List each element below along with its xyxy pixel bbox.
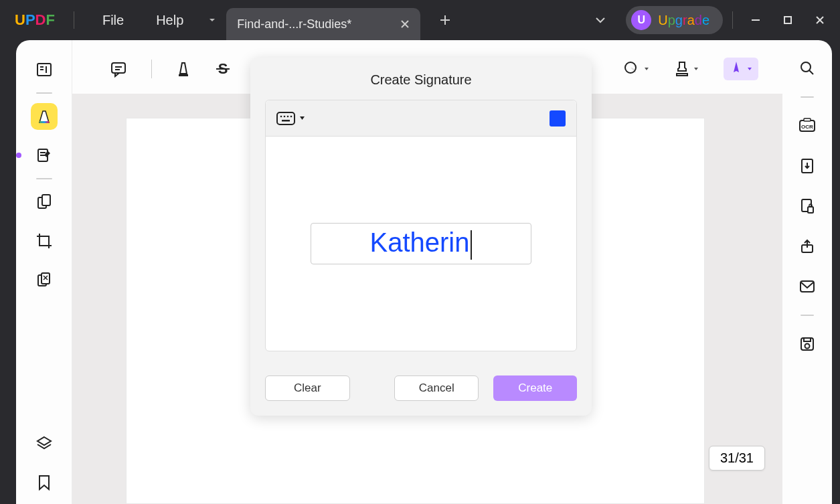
svg-rect-1 — [37, 64, 51, 76]
create-signature-dialog: Create Signature Katherin Clear Cancel C… — [250, 58, 592, 416]
svg-rect-21 — [179, 74, 188, 76]
svg-point-26 — [280, 115, 282, 117]
svg-rect-5 — [42, 195, 50, 205]
minimize-button[interactable] — [742, 7, 769, 33]
menu-help[interactable]: Help — [156, 13, 183, 28]
svg-point-28 — [287, 115, 289, 117]
signature-text-value: Katherin — [370, 228, 470, 257]
reader-mode-icon[interactable] — [31, 56, 58, 83]
divider — [74, 11, 74, 29]
stamp-dropdown[interactable] — [674, 60, 699, 78]
strikethrough-icon[interactable]: S — [215, 61, 231, 77]
dialog-title: Create Signature — [250, 58, 592, 100]
export-icon[interactable] — [795, 154, 819, 178]
signature-draw-area[interactable]: Katherin — [266, 137, 576, 351]
email-icon[interactable] — [795, 274, 819, 299]
signature-text-input[interactable]: Katherin — [311, 223, 531, 264]
create-button[interactable]: Create — [493, 375, 577, 401]
svg-rect-14 — [808, 207, 813, 213]
svg-point-18 — [805, 344, 810, 349]
clear-button[interactable]: Clear — [265, 375, 350, 401]
svg-rect-19 — [804, 338, 811, 341]
protect-icon[interactable] — [795, 194, 819, 218]
right-sidebar: OCR — [782, 40, 832, 504]
note-icon[interactable] — [110, 60, 127, 78]
close-tab-icon[interactable] — [400, 19, 410, 29]
search-icon[interactable] — [795, 56, 819, 80]
organize-pages-icon[interactable] — [31, 189, 58, 216]
share-icon[interactable] — [795, 234, 819, 258]
user-avatar: U — [631, 10, 651, 30]
bookmark-icon[interactable] — [31, 469, 58, 496]
tab-label: Find-and-...r-Studies* — [237, 17, 351, 31]
main-menu: File Help — [102, 13, 183, 28]
main-workspace: OCR S — [16, 40, 832, 504]
dialog-buttons: Clear Cancel Create — [250, 351, 592, 401]
svg-rect-20 — [112, 63, 125, 73]
upgrade-label: Upgrade — [658, 13, 709, 28]
signature-toolbar — [266, 100, 576, 137]
svg-point-29 — [290, 115, 292, 117]
divider — [36, 178, 52, 179]
tab-list-dropdown[interactable] — [203, 10, 221, 30]
svg-rect-16 — [801, 281, 814, 292]
edit-mode-icon[interactable] — [31, 142, 58, 169]
svg-point-8 — [801, 62, 811, 72]
titlebar-right: U Upgrade — [580, 6, 840, 34]
save-icon[interactable] — [795, 332, 819, 356]
svg-rect-25 — [277, 112, 295, 124]
new-tab-button[interactable] — [432, 7, 458, 33]
highlight-icon[interactable] — [176, 60, 191, 78]
redact-icon[interactable] — [31, 266, 58, 293]
tab-bar: Find-and-...r-Studies* — [203, 0, 458, 40]
divider — [801, 96, 814, 98]
signature-panel: Katherin — [265, 100, 577, 351]
maximize-button[interactable] — [774, 7, 801, 33]
text-caret — [471, 230, 472, 260]
upgrade-button[interactable]: U Upgrade — [626, 6, 723, 34]
page-indicator: 31/31 — [709, 446, 765, 471]
layers-icon[interactable] — [31, 430, 58, 457]
comment-mode-icon[interactable] — [31, 103, 58, 130]
svg-rect-30 — [282, 120, 290, 122]
divider — [801, 315, 814, 316]
divider — [151, 60, 152, 78]
svg-rect-11 — [804, 118, 811, 121]
svg-rect-0 — [784, 17, 791, 23]
cancel-button[interactable]: Cancel — [394, 375, 479, 401]
divider — [36, 92, 52, 94]
signature-color-swatch[interactable] — [550, 110, 566, 127]
app-logo: UPDF — [0, 11, 70, 29]
ocr-icon[interactable]: OCR — [795, 114, 819, 138]
divider — [732, 11, 733, 29]
keyboard-input-dropdown[interactable] — [276, 112, 305, 125]
signature-dropdown[interactable] — [724, 58, 758, 80]
svg-text:OCR: OCR — [801, 124, 813, 130]
svg-rect-2 — [39, 121, 49, 123]
crop-icon[interactable] — [31, 228, 58, 254]
active-indicator — [16, 153, 21, 158]
shape-dropdown[interactable] — [623, 60, 650, 78]
menu-file[interactable]: File — [102, 13, 124, 28]
svg-point-27 — [284, 115, 286, 117]
tab-active[interactable]: Find-and-...r-Studies* — [226, 8, 420, 40]
tab-switcher-icon[interactable] — [587, 7, 614, 33]
close-window-button[interactable] — [807, 7, 833, 33]
titlebar: UPDF File Help Find-and-...r-Studies* U … — [0, 0, 840, 40]
left-sidebar — [16, 40, 72, 504]
